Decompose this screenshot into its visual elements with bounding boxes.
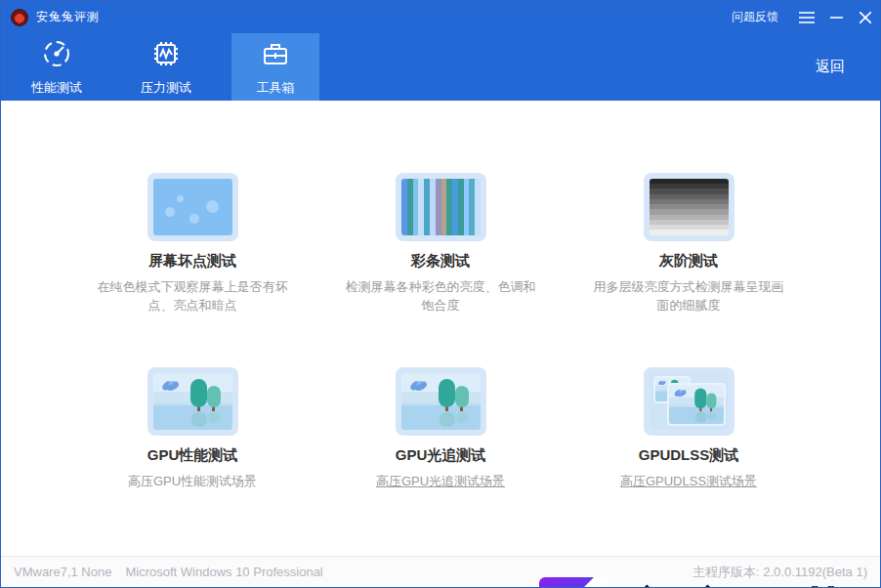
tool-description-link[interactable]: 高压GPUDLSS测试场景 (593, 472, 784, 490)
ark-download-watermark: 方舟下载 (539, 577, 855, 588)
gpu-scene-thumbnail (396, 367, 486, 436)
toolbox-icon (260, 38, 291, 73)
tool-title: 灰阶测试 (565, 252, 813, 271)
tool-description: 用多层级亮度方式检测屏幕呈现画面的细腻度 (593, 277, 784, 315)
tab-label: 工具箱 (257, 79, 295, 97)
tool-description: 在纯色模式下观察屏幕上是否有坏点、亮点和暗点 (97, 277, 288, 315)
feedback-link[interactable]: 问题反馈 (718, 9, 792, 25)
tab-stress-test[interactable]: 压力测试 (122, 33, 210, 101)
tab-toolbox[interactable]: 工具箱 (231, 33, 319, 101)
back-button[interactable]: 返回 (816, 58, 845, 76)
ark-download-logo-icon (539, 577, 608, 588)
gauge-icon (41, 38, 72, 73)
close-icon[interactable] (851, 1, 880, 33)
device-model: VMware7,1 None (14, 565, 111, 579)
tool-description: 检测屏幕各种彩色的亮度、色调和饱合度 (345, 277, 536, 315)
app-logo-icon (11, 9, 28, 26)
menu-icon[interactable] (792, 1, 821, 33)
toolbox-content: 屏幕坏点测试 在纯色模式下观察屏幕上是否有坏点、亮点和暗点 彩条测试 检测屏幕各… (1, 101, 880, 558)
tool-title: 屏幕坏点测试 (68, 252, 316, 271)
minimize-icon[interactable] (821, 1, 851, 33)
tool-description-link[interactable]: 高压GPU光追测试场景 (345, 472, 536, 490)
app-title: 安兔兔评测 (36, 9, 100, 25)
tool-color-bar-test[interactable]: 彩条测试 检测屏幕各种彩色的亮度、色调和饱合度 (316, 173, 565, 315)
tab-label: 性能测试 (31, 79, 82, 97)
grayscale-thumbnail (644, 173, 734, 241)
tool-description: 高压GPU性能测试场景 (97, 472, 288, 490)
tool-title: 彩条测试 (316, 252, 565, 271)
tool-title: GPU性能测试 (68, 446, 316, 465)
os-name: Microsoft Windows 10 Professional (125, 565, 322, 579)
tool-gpu-raytracing-test[interactable]: GPU光追测试 高压GPU光追测试场景 (316, 367, 565, 490)
gpu-dlss-thumbnail (644, 367, 734, 436)
tool-gpu-performance-test[interactable]: GPU性能测试 高压GPU性能测试场景 (68, 367, 316, 490)
gpu-scene-thumbnail (147, 367, 238, 436)
tools-grid: 屏幕坏点测试 在纯色模式下观察屏幕上是否有坏点、亮点和暗点 彩条测试 检测屏幕各… (1, 101, 880, 490)
watermark-text: 方舟下载 (624, 582, 855, 588)
tool-dead-pixel-test[interactable]: 屏幕坏点测试 在纯色模式下观察屏幕上是否有坏点、亮点和暗点 (68, 173, 316, 315)
tool-grayscale-test[interactable]: 灰阶测试 用多层级亮度方式检测屏幕呈现画面的细腻度 (565, 173, 813, 315)
tab-performance-test[interactable]: 性能测试 (13, 33, 101, 101)
color-bars-thumbnail (396, 173, 486, 241)
dead-pixel-thumbnail (147, 173, 238, 241)
tool-gpu-dlss-test[interactable]: GPUDLSS测试 高压GPUDLSS测试场景 (565, 367, 813, 490)
tool-title: GPUDLSS测试 (565, 446, 813, 465)
header: 安兔兔评测 问题反馈 (1, 1, 880, 101)
antutu-window: 安兔兔评测 问题反馈 (0, 0, 881, 588)
chip-icon (150, 38, 182, 73)
nav-tabs: 性能测试 压力测试 (1, 33, 880, 101)
titlebar: 安兔兔评测 问题反馈 (1, 1, 880, 33)
tool-title: GPU光追测试 (316, 446, 565, 465)
tab-label: 压力测试 (141, 79, 191, 97)
